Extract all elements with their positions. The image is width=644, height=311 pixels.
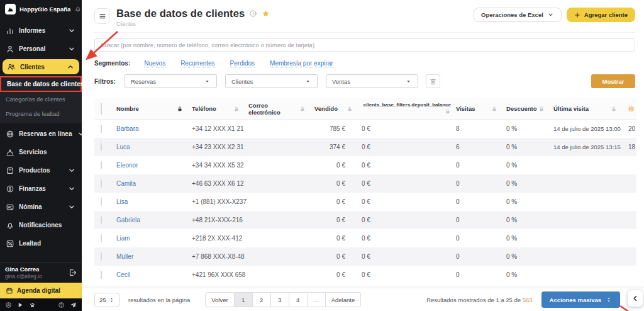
excel-operations-button[interactable]: Operaciones de Excel	[474, 8, 562, 22]
cell-sold: 0 €	[314, 180, 362, 187]
cell-sold: 0 €	[314, 235, 362, 242]
cell-phone: +34 34 XXX X5 32	[192, 162, 248, 169]
pager-page-2[interactable]: 2	[253, 292, 271, 307]
hamburger-menu-button[interactable]	[94, 8, 110, 24]
cell-sold: 0 €	[314, 162, 362, 169]
row-checkbox[interactable]	[101, 216, 102, 224]
segments-row: Segmentos: NuevosRecurrentesPerdidosMemb…	[94, 59, 635, 68]
row-checkbox[interactable]	[101, 271, 102, 279]
bulk-actions-button[interactable]: Acciones masivas	[541, 291, 620, 308]
cell-discount: 0 %	[506, 162, 553, 169]
page-size-value: 25	[99, 297, 106, 303]
sidebar-item-productos[interactable]: Productos	[0, 161, 82, 179]
telegram-icon[interactable]	[70, 302, 77, 308]
row-checkbox[interactable]	[101, 143, 102, 151]
appgallery-icon[interactable]	[29, 302, 36, 308]
table-settings-gear-icon[interactable]	[627, 105, 635, 113]
select-all-checkbox[interactable]	[101, 103, 102, 115]
column-header-descuento[interactable]: Descuento	[506, 105, 553, 112]
results-prefix: Resultados mostrados de 1 a 25 de	[426, 297, 523, 303]
favorite-star-icon[interactable]	[262, 9, 270, 18]
appstore-icon[interactable]	[5, 302, 12, 308]
column-header-telefono[interactable]: Teléfono	[192, 105, 248, 112]
sidebar-item-informes[interactable]: Informes	[0, 21, 82, 40]
cell-name[interactable]: Liam	[116, 235, 192, 242]
pager-page-3[interactable]: 3	[271, 292, 289, 307]
page-size-select[interactable]: 25	[94, 293, 119, 307]
filter-select-reservas[interactable]: Reservas	[125, 74, 217, 88]
sidebar-item-label: Informes	[19, 27, 45, 34]
filter-select-ventas[interactable]: Ventas	[326, 74, 418, 88]
cell-name[interactable]: Eleonor	[116, 162, 192, 169]
cell-name[interactable]: Lisa	[116, 198, 192, 205]
sidebar-item-personal[interactable]: Personal	[0, 40, 82, 58]
cell-discount: 0 %	[506, 125, 553, 132]
filters-row: Filtros: ReservasClientesVentas Mostrar	[94, 74, 635, 89]
sidebar-item-nomina[interactable]: Nómina	[0, 198, 82, 216]
cell-name[interactable]: Müller	[116, 253, 192, 260]
row-checkbox[interactable]	[101, 234, 102, 242]
cell-name[interactable]: Camila	[116, 180, 192, 187]
search-input[interactable]	[94, 38, 635, 52]
cell-deposit: 0 €	[362, 271, 456, 278]
row-checkbox[interactable]	[101, 179, 102, 188]
pager-prev-button[interactable]: Volver	[205, 292, 234, 307]
info-icon[interactable]	[249, 9, 257, 18]
clear-filters-button[interactable]	[426, 74, 440, 88]
column-label: Correo electrónico	[248, 102, 299, 116]
googleplay-icon[interactable]	[17, 302, 24, 308]
cell-name[interactable]: Cecil	[116, 271, 192, 278]
cell-last-visit: 14 de julio de 2025 13:00	[553, 125, 626, 132]
logout-icon[interactable]	[68, 268, 77, 277]
cell-visits: 0	[456, 198, 506, 205]
notifications-bell-icon[interactable]	[74, 5, 82, 13]
row-checkbox[interactable]	[101, 125, 102, 133]
segment-link-membresia-por-expirar[interactable]: Membresía por expirar	[270, 60, 333, 67]
segment-link-perdidos[interactable]: Perdidos	[230, 60, 255, 67]
globe-icon	[6, 130, 14, 139]
sidebar-item-servicios[interactable]: Servicios	[0, 143, 82, 161]
column-label: Última visita	[553, 105, 589, 112]
pager-page-4[interactable]: 4	[289, 292, 308, 307]
excel-operations-label: Operaciones de Excel	[481, 11, 543, 18]
sidebar-subitem-categorias-de-clientes[interactable]: Categorías de clientes	[0, 92, 82, 106]
column-header-visitas[interactable]: Visitas	[456, 105, 506, 112]
cell-name[interactable]: Barbara	[116, 125, 192, 132]
column-header-clients-base-filters-deposit-balance[interactable]: clients_base_filters.deposit_balance	[362, 103, 456, 115]
column-header-ultima-visita[interactable]: Última visita	[553, 105, 626, 112]
cell-discount: 0 %	[506, 198, 553, 205]
row-checkbox[interactable]	[101, 161, 102, 169]
bulk-actions-label: Acciones masivas	[550, 297, 601, 303]
sidebar-item-lealtad[interactable]: Lealtad	[0, 234, 82, 252]
pager-page-[interactable]: …	[308, 292, 326, 307]
column-header-correo-electronico[interactable]: Correo electrónico	[248, 102, 314, 116]
sidebar-subitem-base-de-datos-de-clientes[interactable]: Base de datos de clientes	[0, 76, 82, 92]
pager-next-button[interactable]: Adelante	[326, 292, 362, 307]
sidebar-item-finanzas[interactable]: Finanzas	[0, 179, 82, 198]
add-client-button[interactable]: Agregar cliente	[567, 8, 635, 22]
cell-discount: 0 %	[506, 271, 553, 278]
agenda-digital-button[interactable]: Agenda digital	[0, 283, 82, 298]
segment-link-nuevos[interactable]: Nuevos	[144, 60, 165, 67]
sidebar-item-notificaciones[interactable]: Notificaciones	[0, 216, 82, 234]
sidebar-item-reservas-en-linea[interactable]: Reservas en línea	[0, 125, 82, 143]
collapse-panel-button[interactable]	[628, 290, 643, 307]
cell-name[interactable]: Luca	[116, 144, 192, 150]
cell-phone: +46 63 XXX X6 12	[192, 180, 248, 187]
sidebar-subitem-programa-de-lealtad[interactable]: Programa de lealtad	[0, 106, 82, 121]
sidebar-item-clientes[interactable]: Clientes	[3, 59, 79, 74]
cell-discount: 0 %	[506, 217, 553, 223]
show-button[interactable]: Mostrar	[591, 74, 635, 88]
column-header-nombre[interactable]: Nombre	[116, 105, 192, 112]
main-content: Base de datos de clientes Clientes Opera…	[82, 0, 644, 311]
segment-link-recurrentes[interactable]: Recurrentes	[180, 60, 214, 67]
cell-phone: +218 2X XXX-412	[192, 235, 248, 242]
row-checkbox[interactable]	[101, 252, 102, 261]
sidebar-submenu: Base de datos de clientesCategorías de c…	[0, 76, 82, 123]
row-checkbox[interactable]	[101, 198, 102, 206]
help-icon[interactable]	[58, 302, 65, 308]
filter-select-clientes[interactable]: Clientes	[225, 74, 318, 88]
cell-name[interactable]: Gabriela	[116, 217, 192, 223]
column-header-vendido[interactable]: Vendido	[314, 105, 362, 112]
pager-page-1[interactable]: 1	[235, 292, 253, 307]
